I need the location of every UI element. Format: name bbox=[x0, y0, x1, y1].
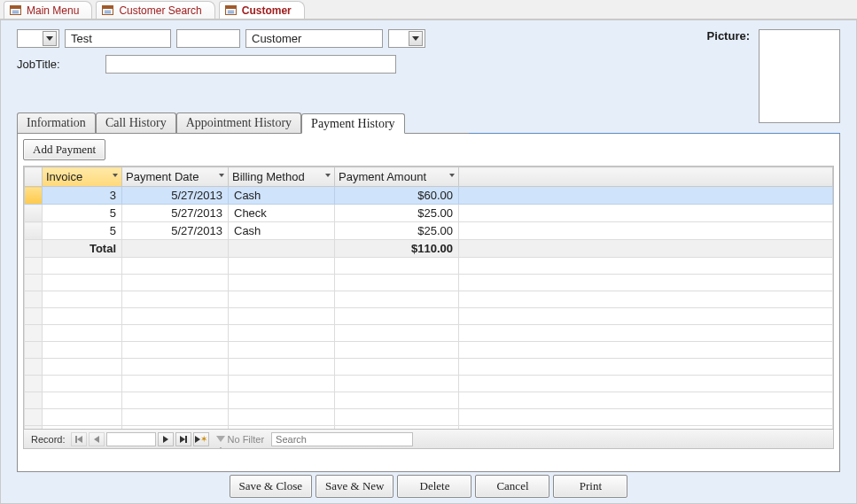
picture-label: Picture: bbox=[707, 29, 750, 43]
empty-row bbox=[25, 342, 833, 359]
first-name-input[interactable] bbox=[65, 29, 171, 48]
title-combo[interactable] bbox=[17, 29, 59, 48]
table-row[interactable]: 35/27/2013Cash$60.00 bbox=[25, 187, 833, 205]
col-billing-method[interactable]: Billing Method bbox=[229, 167, 335, 187]
chevron-down-icon bbox=[113, 174, 118, 177]
cell-payment-date[interactable]: 5/27/2013 bbox=[122, 205, 229, 222]
cell-blank bbox=[229, 240, 335, 258]
row-selector[interactable] bbox=[25, 187, 43, 205]
row-selector[interactable] bbox=[25, 205, 43, 222]
document-tabstrip: Main Menu Customer Search Customer bbox=[0, 0, 857, 19]
empty-row bbox=[25, 291, 833, 308]
tab-customer-search[interactable]: Customer Search bbox=[96, 1, 214, 19]
empty-row bbox=[25, 409, 833, 426]
customer-form: JobTitle: Picture: Information Call Hist… bbox=[0, 19, 857, 504]
payments-datasheet: Invoice Payment Date Billing Method Paym… bbox=[23, 166, 834, 449]
nav-next-button[interactable] bbox=[158, 432, 174, 446]
form-icon bbox=[10, 5, 21, 15]
form-footer-buttons: Save & Close Save & New Delete Cancel Pr… bbox=[1, 475, 856, 498]
cell-payment-date[interactable]: 5/27/2013 bbox=[122, 222, 229, 240]
totals-row: Total$110.00 bbox=[25, 240, 833, 258]
payment-history-panel: Add Payment Invoice Payment Date Billing… bbox=[17, 134, 840, 472]
cell-invoice[interactable]: 5 bbox=[43, 205, 122, 222]
print-button[interactable]: Print bbox=[553, 475, 627, 498]
payments-table: Invoice Payment Date Billing Method Paym… bbox=[24, 167, 833, 443]
table-row[interactable]: 55/27/2013Check$25.00 bbox=[25, 205, 833, 222]
combo-dropdown-button[interactable] bbox=[43, 31, 57, 46]
tab-information[interactable]: Information bbox=[17, 112, 96, 133]
empty-row bbox=[25, 325, 833, 342]
table-row[interactable]: 55/27/2013Cash$25.00 bbox=[25, 222, 833, 240]
funnel-icon bbox=[216, 436, 225, 442]
record-navigator: Record: ✶ No Filter bbox=[24, 429, 833, 448]
tab-label: Main Menu bbox=[27, 4, 79, 17]
tab-label: Customer Search bbox=[119, 4, 201, 17]
cell-payment-date[interactable]: 5/27/2013 bbox=[122, 187, 229, 205]
empty-row bbox=[25, 275, 833, 291]
filter-indicator[interactable]: No Filter bbox=[216, 434, 265, 445]
chevron-down-icon bbox=[219, 174, 224, 177]
totals-amount: $110.00 bbox=[335, 240, 459, 258]
combo-dropdown-button[interactable] bbox=[409, 31, 423, 46]
datasheet-search-input[interactable] bbox=[271, 432, 413, 446]
nav-last-button[interactable] bbox=[175, 432, 191, 446]
col-label: Payment Date bbox=[126, 170, 199, 183]
bar-icon bbox=[185, 436, 187, 443]
col-invoice[interactable]: Invoice bbox=[43, 167, 122, 187]
empty-row bbox=[25, 359, 833, 376]
cell-payment-amount[interactable]: $25.00 bbox=[335, 222, 459, 240]
jobtitle-row: JobTitle: bbox=[17, 55, 840, 74]
cell-blank bbox=[459, 187, 833, 205]
tab-call-history[interactable]: Call History bbox=[96, 112, 176, 133]
cell-payment-amount[interactable]: $60.00 bbox=[335, 187, 459, 205]
row-selector[interactable] bbox=[25, 222, 43, 240]
tab-main-menu[interactable]: Main Menu bbox=[4, 1, 92, 19]
tab-payment-history[interactable]: Payment History bbox=[301, 113, 405, 134]
tab-customer[interactable]: Customer bbox=[219, 1, 305, 19]
col-blank bbox=[459, 167, 833, 187]
save-new-button[interactable]: Save & New bbox=[316, 475, 393, 498]
detail-tabstrip: Information Call History Appointment His… bbox=[17, 112, 840, 134]
empty-row bbox=[25, 376, 833, 392]
jobtitle-input[interactable] bbox=[105, 55, 396, 74]
nav-prev-button[interactable] bbox=[89, 432, 105, 446]
table-header-row: Invoice Payment Date Billing Method Paym… bbox=[25, 167, 833, 187]
triangle-left-icon bbox=[77, 436, 82, 443]
nav-new-button[interactable]: ✶ bbox=[193, 432, 209, 446]
cell-billing-method[interactable]: Cash bbox=[229, 187, 335, 205]
select-all-cell[interactable] bbox=[25, 167, 43, 187]
tab-appointment-history[interactable]: Appointment History bbox=[176, 112, 301, 133]
suffix-combo[interactable] bbox=[388, 29, 425, 48]
cell-billing-method[interactable]: Cash bbox=[229, 222, 335, 240]
col-payment-amount[interactable]: Payment Amount bbox=[335, 167, 459, 187]
add-payment-button[interactable]: Add Payment bbox=[23, 139, 105, 160]
save-close-button[interactable]: Save & Close bbox=[230, 475, 313, 498]
cell-blank bbox=[122, 240, 229, 258]
picture-box[interactable] bbox=[759, 29, 840, 123]
nav-first-button[interactable] bbox=[71, 432, 87, 446]
chevron-down-icon bbox=[46, 36, 53, 41]
cell-invoice[interactable]: 5 bbox=[43, 222, 122, 240]
record-number-input[interactable] bbox=[106, 432, 156, 446]
empty-row bbox=[25, 308, 833, 325]
delete-button[interactable]: Delete bbox=[397, 475, 471, 498]
cell-billing-method[interactable]: Check bbox=[229, 205, 335, 222]
empty-row bbox=[25, 392, 833, 409]
cancel-button[interactable]: Cancel bbox=[475, 475, 549, 498]
form-icon bbox=[102, 5, 113, 15]
cell-blank bbox=[459, 222, 833, 240]
no-filter-label: No Filter bbox=[228, 434, 265, 445]
middle-name-input[interactable] bbox=[176, 29, 240, 48]
totals-label: Total bbox=[43, 240, 122, 258]
star-icon: ✶ bbox=[200, 435, 207, 444]
jobtitle-label: JobTitle: bbox=[17, 58, 105, 71]
col-label: Billing Method bbox=[232, 170, 305, 183]
cell-blank bbox=[459, 240, 833, 258]
cell-invoice[interactable]: 3 bbox=[43, 187, 122, 205]
triangle-left-icon bbox=[94, 436, 99, 443]
last-name-input[interactable] bbox=[245, 29, 383, 48]
col-label: Payment Amount bbox=[339, 170, 426, 183]
col-payment-date[interactable]: Payment Date bbox=[122, 167, 229, 187]
col-label: Invoice bbox=[46, 170, 82, 183]
cell-payment-amount[interactable]: $25.00 bbox=[335, 205, 459, 222]
